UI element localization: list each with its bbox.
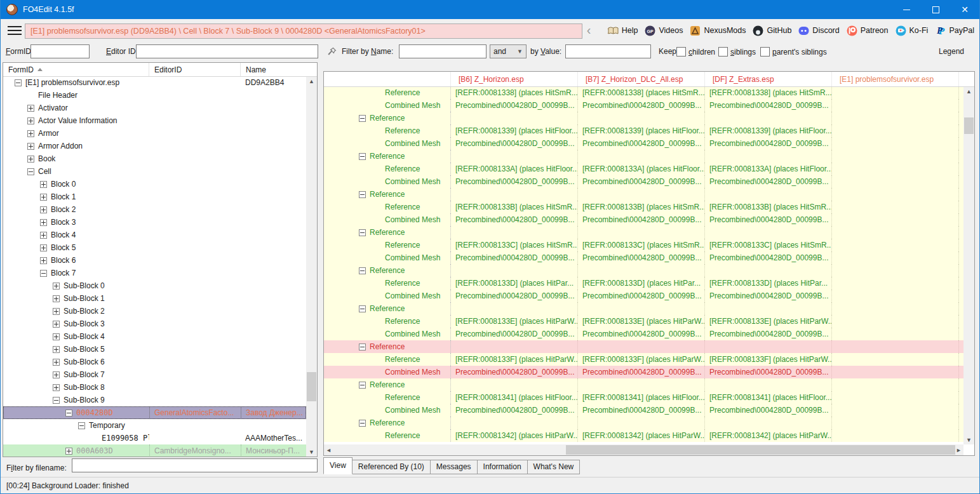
grid-cell[interactable] [832, 86, 959, 99]
expand-icon[interactable] [40, 206, 47, 213]
grid-cell[interactable]: Precombined\0004280D_00099B... [705, 366, 832, 378]
grid-cell[interactable] [705, 264, 832, 277]
grid-cell[interactable]: Precombined\0004280D_00099B... [705, 213, 832, 226]
grid-cell[interactable]: Precombined\0004280D_00099B... [451, 404, 578, 417]
grid-cell[interactable]: Precombined\0004280D_00099B... [705, 251, 832, 264]
tree-vertical-scrollbar[interactable]: ▲ ▼ [306, 76, 317, 457]
grid-cell[interactable]: [REFR:0008133B] (places HitSmR... [578, 201, 705, 213]
grid-cell[interactable] [832, 226, 959, 239]
grid-cell[interactable] [832, 264, 959, 277]
collapse-icon[interactable] [359, 191, 366, 198]
expand-icon[interactable] [27, 130, 34, 137]
grid-row[interactable]: Reference [324, 340, 963, 353]
collapse-icon[interactable] [15, 79, 22, 86]
grid-cell[interactable]: [REFR:00081339] (places HitFloor... [578, 124, 705, 137]
grid-row[interactable]: Combined MeshPrecombined\0004280D_00099B… [324, 213, 963, 226]
grid-cell[interactable]: Precombined\0004280D_00099B... [705, 328, 832, 340]
grid-hscrollbar-thumb[interactable] [566, 445, 955, 455]
grid-row[interactable]: Reference [324, 264, 963, 277]
grid-cell[interactable]: [REFR:00081342] (places HitParW... [578, 429, 705, 442]
grid-cell[interactable]: [REFR:0008133F] (places HitParW... [451, 353, 578, 366]
grid-cell[interactable] [578, 188, 705, 201]
expand-icon[interactable] [53, 371, 60, 378]
grid-cell[interactable]: [REFR:0008133D] (places HitPar... [578, 277, 705, 290]
grid-cell[interactable]: [REFR:00081338] (places HitSmR... [451, 86, 578, 99]
grid-row[interactable]: Combined MeshPrecombined\0004280D_00099B… [324, 137, 963, 150]
expand-icon[interactable] [27, 117, 34, 124]
grid-cell[interactable]: Precombined\0004280D_00099B... [705, 137, 832, 150]
grid-row[interactable]: Reference[REFR:0008133B] (places HitSmR.… [324, 201, 963, 213]
grid-cell[interactable] [451, 417, 578, 429]
editorid-input[interactable] [136, 44, 318, 58]
grid-cell[interactable] [451, 302, 578, 315]
grid-row[interactable]: Combined MeshPrecombined\0004280D_00099B… [324, 99, 963, 112]
expand-icon[interactable] [40, 219, 47, 226]
grid-cell[interactable]: [REFR:0008133F] (places HitParW... [705, 353, 832, 366]
grid-cell[interactable] [832, 378, 959, 391]
tree-row[interactable]: Block 1 [3, 190, 306, 203]
collapse-icon[interactable] [359, 344, 366, 350]
minimize-button[interactable] [892, 0, 921, 19]
grid-cell[interactable]: [REFR:0008133E] (places HitParW... [705, 315, 832, 328]
grid-cell[interactable] [451, 264, 578, 277]
tree-row[interactable]: File Header [3, 89, 306, 102]
grid-row[interactable]: Reference [324, 378, 963, 391]
scroll-down-icon[interactable]: ▼ [963, 435, 974, 444]
grid-cell[interactable]: Precombined\0004280D_00099B... [578, 137, 705, 150]
grid-column-header[interactable]: [DF] Z_Extras.esp [705, 72, 832, 86]
paypal-link[interactable]: PPPayPal [935, 25, 974, 36]
collapse-icon[interactable] [359, 115, 366, 122]
grid-column-header[interactable]: [E1] problemsofsurvivor.esp [832, 72, 959, 86]
grid-cell[interactable] [451, 378, 578, 391]
grid-cell[interactable] [705, 188, 832, 201]
tree-row[interactable]: Activator [3, 102, 306, 114]
grid-cell[interactable] [832, 150, 959, 163]
expand-icon[interactable] [40, 181, 47, 188]
tree-row[interactable]: [E1] problemsofsurvivor.espDD9A2BB4 [3, 76, 306, 89]
grid-cell[interactable]: [REFR:00081342] (places HitParW... [451, 429, 578, 442]
grid-row[interactable]: Reference[REFR:0008133F] (places HitParW… [324, 353, 963, 366]
expand-icon[interactable] [27, 143, 34, 150]
grid-cell[interactable]: Precombined\0004280D_00099B... [578, 251, 705, 264]
grid-cell[interactable]: [REFR:0008133C] (places HitSmR... [578, 239, 705, 251]
tree-row[interactable]: Sub-Block 6 [3, 356, 306, 368]
grid-cell[interactable]: Precombined\0004280D_00099B... [705, 404, 832, 417]
patreon-link[interactable]: Patreon [847, 25, 889, 36]
grid-column-header[interactable]: [B7] Z_Horizon_DLC_All.esp [578, 72, 705, 86]
grid-cell[interactable] [578, 226, 705, 239]
tree-row[interactable]: Sub-Block 5 [3, 343, 306, 356]
nexusmods-link[interactable]: NexusMods [690, 25, 746, 36]
grid-cell[interactable] [832, 302, 959, 315]
grid-row[interactable]: Reference [324, 150, 963, 163]
tree-row[interactable]: Sub-Block 1 [3, 292, 306, 305]
grid-cell[interactable] [832, 353, 959, 366]
grid-cell[interactable] [832, 366, 959, 378]
tab-messages[interactable]: Messages [431, 460, 478, 474]
scroll-right-icon[interactable]: ► [954, 444, 963, 455]
tree-row[interactable]: Block 2 [3, 203, 306, 216]
expand-icon[interactable] [40, 244, 47, 251]
tree-row[interactable]: Cell [3, 165, 306, 178]
expand-icon[interactable] [53, 321, 60, 328]
grid-cell[interactable] [705, 226, 832, 239]
grid-cell[interactable]: Precombined\0004280D_00099B... [578, 290, 705, 302]
grid-cell[interactable]: [REFR:0008133D] (places HitPar... [705, 277, 832, 290]
grid-row[interactable]: Reference[REFR:0008133E] (places HitParW… [324, 315, 963, 328]
grid-cell[interactable] [832, 315, 959, 328]
grid-cell[interactable] [832, 417, 959, 429]
collapse-icon[interactable] [359, 305, 366, 312]
tree-row[interactable]: Sub-Block 3 [3, 317, 306, 330]
expand-icon[interactable] [40, 232, 47, 239]
expand-icon[interactable] [65, 448, 72, 455]
grid-horizontal-scrollbar[interactable]: ◄ ► [324, 444, 963, 455]
tree-row[interactable]: Sub-Block 8 [3, 381, 306, 394]
tree-row[interactable]: Block 7 [3, 267, 306, 279]
tree-row[interactable]: Actor Value Information [3, 114, 306, 127]
grid-cell[interactable] [832, 239, 959, 251]
grid-cell[interactable]: [REFR:00081338] (places HitSmR... [578, 86, 705, 99]
tree-row[interactable]: Sub-Block 0 [3, 279, 306, 292]
tree-row[interactable]: Temporary [3, 419, 306, 432]
collapse-icon[interactable] [359, 153, 366, 160]
grid-cell[interactable]: [REFR:0008133E] (places HitParW... [451, 315, 578, 328]
grid-cell[interactable] [832, 213, 959, 226]
